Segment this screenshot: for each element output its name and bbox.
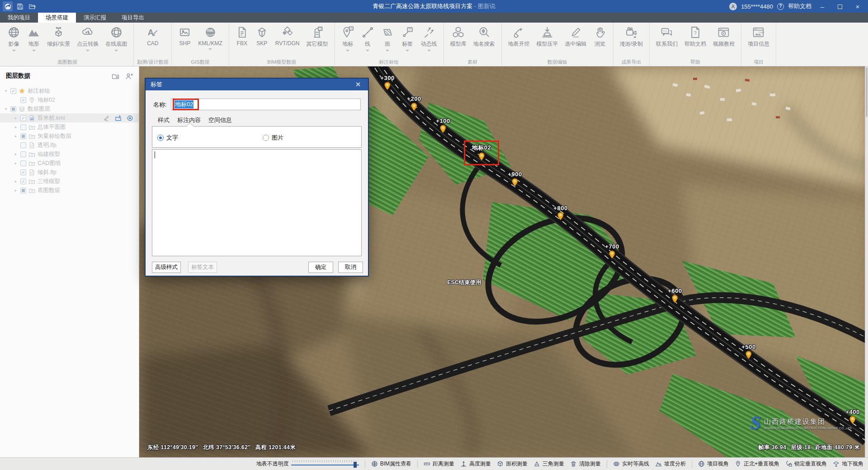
tab-project-export[interactable]: 项目导出 bbox=[114, 13, 152, 23]
chevron-down-icon[interactable] bbox=[32, 50, 36, 52]
ribbon-video-button[interactable]: 视频教程 bbox=[710, 25, 738, 52]
checkbox[interactable] bbox=[20, 188, 26, 193]
chevron-down-icon[interactable] bbox=[346, 50, 349, 52]
dialog-close-icon[interactable]: ✕ bbox=[353, 80, 363, 89]
layer-row-CAD图纸[interactable]: ▸CAD图纸 bbox=[0, 159, 139, 168]
chevron-down-icon[interactable] bbox=[386, 50, 389, 52]
ribbon-editsel-button[interactable]: 选中编辑 bbox=[562, 25, 590, 52]
ribbon-placesearch-button[interactable]: 地名搜索 bbox=[470, 25, 498, 52]
checkbox[interactable]: ✓ bbox=[20, 97, 26, 103]
chevron-right-icon[interactable]: ▸ bbox=[14, 179, 18, 183]
ribbon-landmark-button[interactable]: 地标 bbox=[338, 25, 358, 52]
restore-button[interactable] bbox=[833, 3, 847, 10]
ribbon-browse-button[interactable]: 浏览 bbox=[590, 25, 610, 52]
tab-spatial-info[interactable]: 空间信息 bbox=[208, 116, 232, 124]
tool-areacube-button[interactable]: 面积测量 bbox=[497, 460, 528, 468]
radio-text[interactable]: 文字 bbox=[157, 134, 178, 142]
scrollbar-thumb[interactable] bbox=[866, 67, 868, 117]
layer-row-百米桩.kml[interactable]: ▸✓百米桩.kml bbox=[0, 113, 139, 122]
layer-row-总体平面图[interactable]: ▸总体平面图 bbox=[0, 122, 139, 132]
ribbon-cad-button[interactable]: CAD bbox=[143, 25, 162, 51]
add-user-layer-icon[interactable] bbox=[125, 72, 133, 80]
save-icon[interactable] bbox=[15, 1, 25, 11]
tab-presentation[interactable]: 演示汇报 bbox=[76, 13, 114, 23]
tab-my-projects[interactable]: 我的项目 bbox=[0, 13, 38, 23]
map-marker-+900[interactable]: +900 bbox=[508, 171, 522, 187]
ribbon-label-button[interactable]: 标签 bbox=[398, 25, 417, 52]
chevron-down-icon[interactable]: ▾ bbox=[4, 89, 8, 93]
tool-hruler-button[interactable]: 高度测量 bbox=[460, 460, 491, 468]
chevron-down-icon[interactable] bbox=[208, 48, 212, 50]
checkbox[interactable]: ✓ bbox=[20, 179, 26, 184]
chevron-down-icon[interactable] bbox=[12, 50, 16, 52]
chevron-down-icon[interactable] bbox=[86, 50, 90, 52]
layer-row-标注标绘[interactable]: ▾✓标注标绘 bbox=[0, 86, 139, 95]
ribbon-rvt-button[interactable]: RVT/DGN bbox=[272, 25, 303, 51]
tab-style[interactable]: 样式 bbox=[158, 116, 170, 124]
checkbox[interactable] bbox=[10, 106, 16, 112]
chevron-down-icon[interactable] bbox=[427, 50, 431, 52]
ribbon-line-button[interactable]: 线 bbox=[358, 25, 377, 52]
slider-track[interactable] bbox=[291, 465, 359, 465]
chevron-right-icon[interactable]: ▸ bbox=[14, 134, 18, 138]
label-text-button[interactable]: 标签文本 bbox=[188, 262, 217, 273]
radio-image-dot[interactable] bbox=[263, 135, 269, 141]
help-doc-link[interactable]: 帮助文档 bbox=[788, 2, 811, 10]
ribbon-othermodel-button[interactable]: 其它模型 bbox=[303, 25, 331, 52]
checkbox[interactable] bbox=[20, 133, 26, 139]
dialog-titlebar[interactable]: 标签 ✕ bbox=[146, 79, 368, 90]
opacity-slider[interactable] bbox=[291, 460, 359, 468]
add-group-folder-icon[interactable] bbox=[112, 72, 119, 80]
tool-trash-button[interactable]: 清除测量 bbox=[570, 460, 601, 468]
chevron-right-icon[interactable]: ▸ bbox=[14, 152, 18, 156]
advanced-style-button[interactable]: 高级样式 bbox=[152, 262, 181, 273]
ribbon-flatten-button[interactable]: 模型压平 bbox=[533, 25, 561, 52]
chevron-right-icon[interactable]: ▸ bbox=[14, 188, 18, 193]
map-scrollbar[interactable] bbox=[865, 66, 868, 457]
ok-button[interactable]: 确定 bbox=[308, 262, 333, 273]
layer-row-三维模型[interactable]: ▸✓三维模型 bbox=[0, 177, 139, 186]
ribbon-roam-button[interactable]: 漫游/录制 bbox=[617, 25, 646, 52]
account-number[interactable]: 155****4480 bbox=[741, 3, 773, 10]
tool-slope-button[interactable]: 坡度分析 bbox=[655, 460, 686, 468]
tab-scene-build[interactable]: 场景搭建 bbox=[38, 13, 76, 23]
map-marker-+300[interactable]: +300 bbox=[380, 75, 394, 90]
close-button[interactable]: × bbox=[851, 3, 864, 10]
layer-row-地标02[interactable]: ✓地标02 bbox=[0, 95, 139, 104]
layer-row-底图数据[interactable]: ▸底图数据 bbox=[0, 186, 139, 195]
checkbox[interactable]: ✓ bbox=[20, 115, 26, 121]
tool-ruler-button[interactable]: 距离测量 bbox=[424, 460, 454, 468]
chevron-down-icon[interactable] bbox=[366, 50, 369, 52]
tool-tri-button[interactable]: 三角测量 bbox=[533, 460, 564, 468]
ribbon-shp-button[interactable]: SHP bbox=[175, 25, 194, 51]
help-icon[interactable]: ? bbox=[777, 3, 784, 10]
tool-underground-button[interactable]: 地下视角 bbox=[833, 460, 863, 468]
chevron-right-icon[interactable]: ▸ bbox=[14, 116, 18, 120]
ribbon-imagery-button[interactable]: 影像 bbox=[4, 25, 24, 52]
minimize-button[interactable]: – bbox=[816, 3, 829, 10]
chevron-down-icon[interactable]: ▾ bbox=[4, 107, 8, 111]
ribbon-modellib-button[interactable]: 模型库 bbox=[447, 25, 470, 52]
ribbon-kml-button[interactable]: KML/KMZ bbox=[195, 25, 225, 51]
ribbon-dynline-button[interactable]: 动态线 bbox=[418, 25, 440, 52]
tool-bim-button[interactable]: BIM属性查看 bbox=[371, 460, 411, 468]
ribbon-area-button[interactable]: 面 bbox=[378, 25, 397, 52]
ribbon-dig-button[interactable]: 地表开挖 bbox=[505, 25, 533, 52]
ribbon-contact-button[interactable]: 联系我们 bbox=[653, 25, 681, 52]
map-marker-+500[interactable]: +500 bbox=[741, 343, 755, 359]
map-marker-+600[interactable]: +600 bbox=[668, 287, 682, 303]
ribbon-basemap-button[interactable]: 在线底图 bbox=[102, 25, 130, 52]
checkbox[interactable] bbox=[20, 124, 26, 130]
tool-contour-button[interactable]: 实时等高线 bbox=[613, 460, 649, 468]
tool-lockview-button[interactable]: 锁定垂直视角 bbox=[785, 460, 827, 468]
layer-row-数据图层[interactable]: ▾数据图层 bbox=[0, 104, 139, 113]
edit-layer-icon[interactable] bbox=[103, 115, 110, 122]
checkbox[interactable]: ✓ bbox=[10, 88, 16, 94]
checkbox[interactable] bbox=[20, 142, 26, 148]
label-content-textarea[interactable] bbox=[152, 149, 362, 256]
checkbox[interactable] bbox=[20, 160, 26, 166]
tool-viewglobe-button[interactable]: 项目视角 bbox=[698, 460, 729, 468]
map-marker-+100[interactable]: +100 bbox=[436, 118, 450, 133]
chevron-right-icon[interactable]: ▸ bbox=[14, 125, 18, 129]
ribbon-pointcloud-button[interactable]: 点云转换 bbox=[74, 25, 102, 52]
